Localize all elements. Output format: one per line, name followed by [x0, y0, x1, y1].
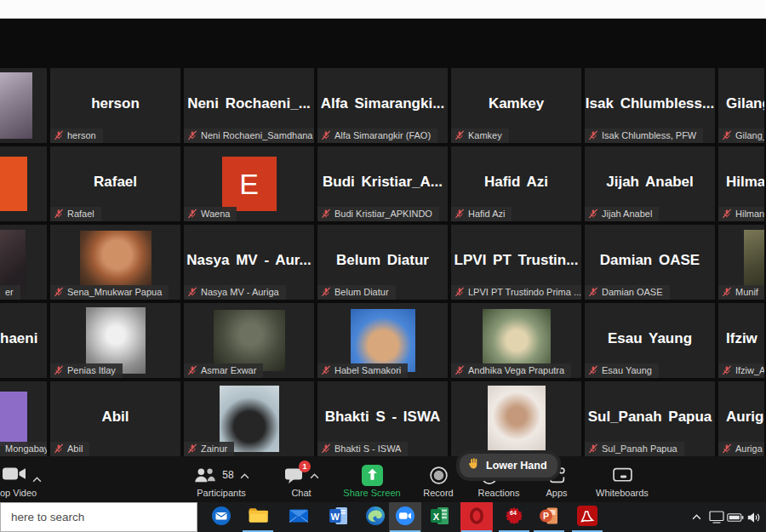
participant-tile[interactable]: Budi Kristiar_A...Budi Kristiar_APKINDO: [317, 146, 448, 221]
excel-taskbar-icon[interactable]: X: [424, 502, 456, 532]
stop-video-label: op Video: [0, 488, 37, 498]
participant-tile[interactable]: er: [0, 225, 47, 300]
participant-tile[interactable]: AurigaAuriga: [718, 381, 764, 456]
participant-tile[interactable]: Hafid AziHafid Azi: [451, 146, 581, 221]
muted-mic-icon: [54, 365, 64, 375]
avatar-letter: E: [239, 168, 259, 201]
zoom-app-icon: [395, 506, 415, 529]
participant-label: Nasya MV - Auriga: [184, 285, 286, 300]
participant-label: Munif: [718, 285, 764, 300]
battery-icon[interactable]: [726, 502, 745, 532]
mail-app-taskbar-icon[interactable]: [205, 502, 237, 532]
participant-tile[interactable]: [0, 68, 47, 143]
video-chevron-up-icon[interactable]: [32, 471, 42, 486]
participant-tile[interactable]: Belum DiaturBelum Diatur: [317, 225, 448, 300]
participants-chevron-up-icon[interactable]: [240, 467, 249, 483]
participant-tile[interactable]: Jijah AnabelJijah Anabel: [585, 146, 715, 221]
taskbar-search-input[interactable]: here to search: [0, 502, 197, 532]
muted-mic-icon: [588, 287, 598, 297]
participant-tile[interactable]: KamkeyKamkey: [451, 68, 581, 143]
file-explorer-taskbar-icon[interactable]: [242, 502, 274, 532]
participant-label: Auriga: [718, 442, 764, 456]
search-text: here to search: [11, 511, 84, 523]
muted-mic-icon: [187, 130, 197, 140]
stop-video-button[interactable]: op Video: [0, 456, 77, 502]
chat-chevron-up-icon[interactable]: [310, 467, 319, 483]
acrobat-taskbar-icon[interactable]: [571, 502, 603, 532]
participant-label-text: Isak Chlumbless, PFW: [602, 130, 696, 140]
participant-tile[interactable]: Nasya MV - Aur...Nasya MV - Auriga: [184, 225, 314, 300]
tray-expand-icon[interactable]: [687, 502, 706, 532]
participant-label: herson: [50, 129, 103, 143]
participant-name: Rafael: [50, 174, 180, 191]
participant-tile[interactable]: Mongabay: [0, 381, 47, 456]
participant-tile[interactable]: Sena_Mnukwar Papua: [50, 225, 180, 300]
whiteboards-button[interactable]: Whiteboards: [571, 456, 673, 502]
participant-tile[interactable]: Andhika Vega Praputra: [451, 303, 581, 378]
participant-tile[interactable]: RafaelRafael: [50, 146, 180, 221]
participant-label: Sul_Panah Papua: [585, 442, 684, 456]
participant-tile[interactable]: Damian OASEDamian OASE: [585, 225, 715, 300]
zoom-app-taskbar-icon[interactable]: [389, 502, 421, 532]
participants-count: 58: [222, 469, 233, 481]
participant-label-text: Auriga: [735, 443, 763, 454]
participant-tile[interactable]: Bhakti S - ISWABhakti S - ISWA: [317, 381, 448, 456]
participant-row: erSena_Mnukwar PapuaNasya MV - Aur...Nas…: [0, 225, 764, 300]
participant-tile[interactable]: [0, 146, 47, 221]
participant-label: Andhika Vega Praputra: [451, 363, 571, 378]
muted-mic-icon: [187, 209, 197, 219]
participant-tile[interactable]: HilmanHilman: [718, 146, 764, 221]
participant-label: Budi Kristiar_APKINDO: [317, 207, 439, 221]
participant-tile[interactable]: AbilAbil: [50, 381, 180, 456]
participant-tile[interactable]: Neni Rochaeni_...Neni Rochaeni_Samdhana: [184, 68, 314, 143]
muted-mic-icon: [722, 365, 732, 375]
participant-name: herson: [50, 95, 180, 112]
participant-tile[interactable]: Esau YaungEsau Yaung: [585, 303, 715, 378]
participant-label: Isak Chlumbless, PFW: [585, 129, 703, 143]
lower-hand-button[interactable]: Lower Hand: [456, 450, 561, 481]
opera-taskbar-icon[interactable]: [460, 502, 493, 532]
participant-tile[interactable]: [451, 381, 581, 456]
participant-tile[interactable]: Penias Itlay: [50, 303, 180, 378]
participant-photo: [0, 72, 32, 139]
participant-tile[interactable]: Habel Samakori: [317, 303, 448, 378]
participant-tile[interactable]: Zainur: [184, 381, 314, 456]
volume-icon[interactable]: [745, 502, 763, 532]
network-display-icon[interactable]: [707, 502, 726, 532]
participant-tile[interactable]: Munif: [718, 225, 764, 300]
participant-label: Esau Yaung: [585, 363, 659, 378]
participant-tile[interactable]: GilangGilang_: [718, 68, 764, 143]
chat-unread-badge: 1: [299, 460, 311, 472]
muted-mic-icon: [321, 130, 331, 140]
edge-taskbar-icon[interactable]: [359, 502, 392, 532]
participant-avatar: [0, 157, 27, 211]
participant-tile[interactable]: IfziwIfziw_A: [718, 303, 764, 378]
participant-tile[interactable]: EWaena: [184, 146, 314, 221]
participant-tile[interactable]: Isak Chlumbless...Isak Chlumbless, PFW: [585, 68, 715, 143]
participant-tile[interactable]: haeni: [0, 303, 47, 378]
participant-label: Neni Rochaeni_Samdhana: [184, 129, 314, 143]
muted-mic-icon: [588, 443, 598, 454]
participant-tile[interactable]: Sul_Panah PapuaSul_Panah Papua: [585, 381, 715, 456]
muted-mic-icon: [722, 130, 732, 140]
edge-icon: [365, 506, 386, 529]
participants-icon-row: 58: [193, 465, 249, 485]
muted-mic-icon: [187, 443, 197, 454]
participant-tile[interactable]: hersonherson: [50, 68, 180, 143]
mail-taskbar-icon[interactable]: [283, 502, 315, 532]
muted-mic-icon: [187, 287, 197, 297]
participant-name: haeni: [0, 330, 47, 347]
participant-tile[interactable]: LPVI PT Trustin...LPVI PT Trustindo Prim…: [451, 225, 581, 300]
word-taskbar-icon[interactable]: W: [323, 502, 355, 532]
svg-text:W: W: [331, 511, 340, 521]
participant-label-text: Penias Itlay: [67, 365, 116, 375]
participant-tile[interactable]: Alfa Simarangki...Alfa Simarangkir (FAO): [317, 68, 448, 143]
powerpoint-taskbar-icon[interactable]: P: [533, 502, 565, 532]
participant-name: Sul_Panah Papua: [585, 409, 715, 426]
participant-label-text: Jijah Anabel: [602, 209, 652, 219]
participant-photo: [80, 231, 151, 294]
participant-tile[interactable]: Asmar Exwar: [184, 303, 314, 378]
participant-name: Abil: [50, 409, 180, 426]
app-64-taskbar-icon[interactable]: 64: [498, 502, 530, 532]
muted-mic-icon: [454, 130, 465, 140]
